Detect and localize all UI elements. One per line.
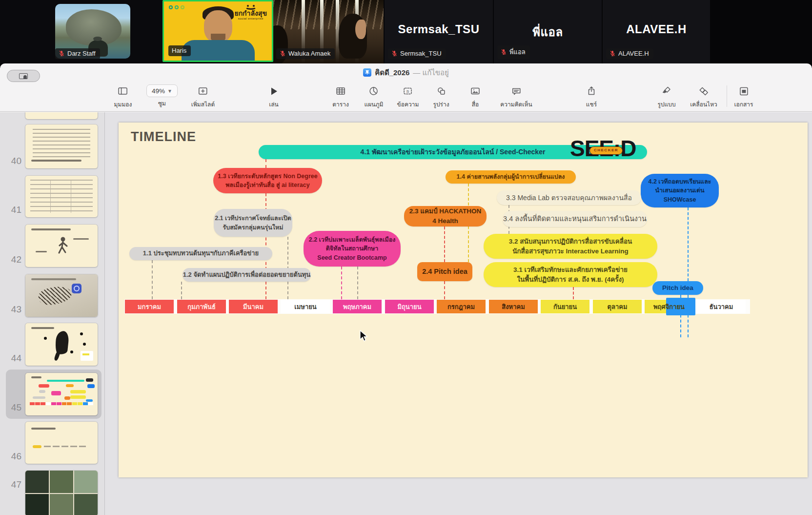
toolbar-play-button[interactable]: เล่น <box>268 84 279 109</box>
toolbar-text-button[interactable]: n ข้อความ <box>397 84 419 109</box>
keynote-app-icon <box>363 68 371 77</box>
slide-thumbnail-47[interactable] <box>25 471 98 515</box>
slide-thumbnail-42[interactable] <box>25 225 98 267</box>
box-3-3[interactable]: 3.3 Media Lab ตรวจสอบคุณภาพผลงานสื่อ <box>497 190 641 205</box>
toolbar-comment-button[interactable]: ความคิดเห็น <box>500 84 532 109</box>
pitch-idea-box[interactable]: Pitch idea <box>652 281 703 295</box>
slide-number: 40 <box>0 156 21 166</box>
dashed-connector <box>444 227 445 262</box>
slide-number: 41 <box>0 205 21 215</box>
toolbar-format-button[interactable]: รูปแบบ <box>657 84 675 109</box>
toolbar-share-button[interactable]: แชร์ <box>586 84 597 109</box>
month-october[interactable]: ตุลาคม <box>593 300 642 313</box>
toolbar-shape-button[interactable]: รูปร่าง <box>433 84 449 109</box>
slide-thumbnail-40[interactable] <box>25 124 98 168</box>
participant-tile-haris-active[interactable]: ยกกำลังสุข social enterprise Haris <box>162 0 273 62</box>
brand-title: ยกกำลังสุข <box>234 10 267 17</box>
box-1-1[interactable]: 1.1 ประชุมทบทวนต้นทุนฯกับภาคีเครือข่าย <box>129 247 272 260</box>
dashed-connector <box>444 281 445 299</box>
pie-chart-icon <box>368 84 380 98</box>
slide-thumbnail-44[interactable] <box>25 323 98 366</box>
slide-canvas[interactable]: TIMELINE 4.1 พัฒนาเครือข่ายเฝ้าระวังข้อม… <box>105 112 812 515</box>
preview-month-strip <box>30 402 93 405</box>
month-june[interactable]: มิถุนายน <box>385 300 434 313</box>
thumb-title-line <box>31 376 41 378</box>
month-band: มกราคม กุมภาพันธ์ มีนาคม เมษายน พฤษภาคม … <box>124 299 750 314</box>
slide-thumbnail-partial[interactable] <box>25 112 98 119</box>
thumb-text-lines <box>33 129 90 158</box>
participant-name: พี่แอล <box>509 47 526 57</box>
window-titlebar: คิดดี_2026 — แก้ไขอยู่ <box>0 63 812 82</box>
slide-thumbnail-43[interactable] <box>25 274 98 317</box>
box-2-2[interactable]: 2.2 เวทีบ่มเพาะเมล็ดพันธุ์พลเมืองดิจิทัล… <box>304 231 401 267</box>
participant-display-name: ALAVEE.H <box>603 22 710 36</box>
toolbar-chart-button[interactable]: แผนภูมิ <box>365 84 384 109</box>
toolbar-zoom-control[interactable]: 49%▼ ซูม <box>146 84 178 108</box>
participant-name: Sermsak_TSU <box>400 50 442 57</box>
toolbar-add-slide-button[interactable]: เพิ่มสไลด์ <box>191 84 215 109</box>
slide-thumbnail-41[interactable] <box>25 176 98 217</box>
slide-number: 46 <box>0 451 21 462</box>
brand-subtitle: social enterprise <box>234 17 267 20</box>
media-image-icon <box>469 84 481 98</box>
preview-shape <box>70 395 86 399</box>
box-1-2[interactable]: 1.2 จัดทำแผนปฏิบัติการเพื่อต่อยอดขยายต้น… <box>183 268 311 282</box>
walking-person-icon <box>56 236 70 256</box>
month-august[interactable]: สิงหาคม <box>489 300 538 313</box>
box-3-1[interactable]: 3.1 เวทีเสริมทักษะและศักยภาพเครือข่ายในพ… <box>484 262 657 287</box>
box-4-2[interactable]: 4.2 เวทีถอดบทเรียนและนำเสนอผลงานเด่น SHO… <box>641 174 719 207</box>
presenter-view-icon <box>19 73 28 79</box>
month-july[interactable]: กรกฎาคม <box>437 300 486 313</box>
participant-name: ALAVEE.H <box>618 50 649 57</box>
toolbar-view-button[interactable]: มุมมอง <box>114 84 132 109</box>
box-2-1[interactable]: 2.1 เวทีประกาศโจทย์และเปิดรับสมัครกลุ่มค… <box>214 209 292 237</box>
dashed-connector <box>341 267 342 299</box>
thumb-title-line <box>31 278 76 280</box>
box-3-4[interactable]: 3.4 ลงพื้นที่ติดตามและหนุนเสริมการดำเนิน… <box>503 211 647 227</box>
slide-thumbnail-45-selected[interactable] <box>25 373 98 415</box>
participant-tile-alavee[interactable]: ALAVEE.H ALAVEE.H <box>602 0 710 63</box>
box-2-4[interactable]: 2.4 Pitch idea <box>417 262 472 281</box>
preview-shape <box>47 380 84 382</box>
slide-thumbnail-46[interactable] <box>25 422 98 464</box>
current-slide[interactable]: TIMELINE 4.1 พัฒนาเครือข่ายเฝ้าระวังข้อม… <box>119 123 808 477</box>
navigator-view-button[interactable] <box>7 70 40 82</box>
box-3-2[interactable]: 3.2 สนับสนุนการปฏิบัติการสื่อสารขับเคลื่… <box>484 234 657 259</box>
month-september[interactable]: กันยายน <box>541 300 589 313</box>
month-may[interactable]: พฤษภาคม <box>333 300 382 313</box>
mouse-cursor <box>359 330 369 343</box>
screen: Darz Staff ยกกำลังสุข social enterprise … <box>0 0 812 515</box>
dashed-connector <box>573 287 574 299</box>
seed-checker-logo[interactable]: SEE:D CHECKER <box>570 136 636 161</box>
slide-title[interactable]: TIMELINE <box>131 129 196 144</box>
month-march[interactable]: มีนาคม <box>229 300 278 313</box>
smiley-icon <box>245 4 257 10</box>
month-january[interactable]: มกราคม <box>125 300 174 313</box>
box-1-3[interactable]: 1.3 เวทียกระดับหลักสูตร Non Degreeพลเมือ… <box>213 168 322 193</box>
month-april[interactable]: เมษายน <box>281 300 330 313</box>
workarea: 40 41 42 <box>0 112 812 515</box>
participant-tile-darz[interactable]: Darz Staff <box>0 0 162 63</box>
thumb-highlight-pill <box>33 445 41 448</box>
keynote-window: คิดดี_2026 — แก้ไขอยู่ มุมมอง 49%▼ ซูม เ… <box>0 63 812 515</box>
paintbrush-icon <box>661 84 672 98</box>
preview-shape <box>86 378 93 382</box>
chevron-down-icon: ▼ <box>167 88 172 94</box>
share-icon <box>586 84 597 98</box>
toolbar-document-button[interactable]: เอกสาร <box>734 84 753 109</box>
toolbar-media-button[interactable]: สื่อ <box>469 84 481 109</box>
month-november[interactable]: พฤศจิกายน <box>645 300 693 313</box>
participant-tile-sermsak[interactable]: Sermsak_TSU Sermsak_TSU <box>384 0 493 63</box>
participant-tile-waluka[interactable]: Waluka Amaek <box>273 0 384 63</box>
month-february[interactable]: กุมภาพันธ์ <box>177 300 226 313</box>
box-2-3[interactable]: 2.3 แคมป์ HACKATHON4 Health <box>404 206 487 227</box>
participant-name-badge: Darz Staff <box>55 48 100 59</box>
toolbar-table-button[interactable]: ตาราง <box>332 84 349 109</box>
toolbar-animate-button[interactable]: เคลื่อนไหว <box>690 84 717 109</box>
participant-tile-pae[interactable]: พี่แอล พี่แอล <box>493 0 602 63</box>
box-1-4[interactable]: 1.4 ค่ายสานพลังกลุ่มผู้นำการเปลี่ยนแปลง <box>446 170 576 184</box>
dashed-connector <box>357 267 358 299</box>
month-december[interactable]: ธันวาคม <box>697 300 746 313</box>
map-legend-card <box>81 351 93 361</box>
logo-dots <box>169 5 184 9</box>
